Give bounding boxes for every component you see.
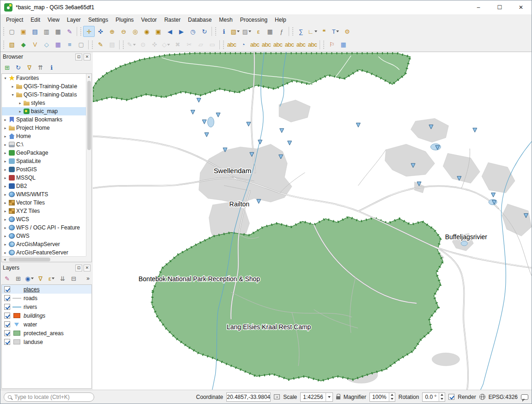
browser-item-c-drive[interactable]: ▸ C:\ <box>2 140 86 149</box>
menu-raster[interactable]: Raster <box>161 15 184 24</box>
toolbar-grip[interactable] <box>291 27 294 36</box>
close-button[interactable]: ✕ <box>510 0 532 14</box>
field-calculator-button[interactable]: ƒ <box>276 26 287 37</box>
scrollbar-thumb[interactable] <box>9 258 50 261</box>
menu-processing[interactable]: Processing <box>236 15 271 24</box>
layer-item-protected-areas[interactable]: protected_areas <box>2 329 91 338</box>
browser-item-styles[interactable]: ▸ styles <box>2 99 86 107</box>
layer-item-water[interactable]: water <box>2 320 91 329</box>
map-canvas[interactable]: Swellendam Railton Bontebok National Par… <box>93 52 532 390</box>
browser-item-geopackage[interactable]: ▸ GeoPackage <box>2 149 86 157</box>
zoom-out-button[interactable]: ⊖ <box>118 26 129 37</box>
browser-item-arcgis-feature-server[interactable]: ▸ ArcGisFeatureServer <box>2 248 86 256</box>
statistical-summary-button[interactable]: ∑ <box>295 26 307 37</box>
new-temporary-scratch-layer-button[interactable]: ▢ <box>75 39 87 50</box>
browser-item-mssql[interactable]: ▸ MSSQL <box>2 174 86 182</box>
browser-item-wfs[interactable]: ▸ WFS / OGC API - Feature <box>2 223 86 232</box>
open-project-button[interactable]: ▣ <box>18 26 29 37</box>
open-attribute-table-button[interactable]: ▦ <box>264 26 276 37</box>
paste-features-button[interactable]: ▭ <box>206 39 218 50</box>
properties-widget-button[interactable]: ℹ <box>46 62 57 72</box>
highlight-pinned-labels-button[interactable]: abc <box>249 39 260 50</box>
browser-item-xyz-tiles[interactable]: ▸ XYZ Tiles <box>2 207 86 215</box>
expand-collapse-button[interactable]: ⇊ <box>57 273 68 283</box>
expand-arrow-icon[interactable]: ▸ <box>3 226 7 230</box>
expand-arrow-icon[interactable]: ▸ <box>3 242 7 247</box>
expand-arrow-icon[interactable]: ▸ <box>3 234 7 238</box>
scale-dropdown-icon[interactable] <box>326 393 332 401</box>
menu-settings[interactable]: Settings <box>85 15 112 24</box>
menu-plugins[interactable]: Plugins <box>112 15 137 24</box>
toolbar-grip[interactable] <box>2 41 5 49</box>
add-delimited-text-button[interactable]: ≡ <box>64 39 75 50</box>
manage-map-themes-button[interactable]: ◉ <box>24 273 35 283</box>
toolbar-grip[interactable] <box>91 41 94 49</box>
expand-arrow-icon[interactable]: ▸ <box>3 209 7 213</box>
toolbar-grip[interactable] <box>122 41 125 49</box>
expand-arrow-icon[interactable]: ▸ <box>3 217 7 222</box>
vertex-tool-button[interactable]: ◇ <box>160 39 172 50</box>
show-hide-labels-button[interactable]: abc <box>272 39 284 50</box>
expand-arrow-icon[interactable]: ▾ <box>3 76 7 80</box>
rotate-label-button[interactable]: abc <box>295 39 307 50</box>
layer-labeling-button[interactable]: abc <box>226 39 237 50</box>
layer-visibility-checkbox[interactable] <box>4 330 10 336</box>
layer-item-landuse[interactable]: landuse <box>2 338 91 346</box>
menu-vector[interactable]: Vector <box>138 15 161 24</box>
expand-arrow-icon[interactable]: ▸ <box>3 134 7 139</box>
refresh-browser-button[interactable]: ↻ <box>13 62 24 72</box>
zoom-to-layer-button[interactable]: ▣ <box>152 26 164 37</box>
epsg-label[interactable]: EPSG:4326 <box>489 394 518 400</box>
layers-close-button[interactable]: ✕ <box>84 265 91 271</box>
toggle-editing-button[interactable]: ✎ <box>95 39 106 50</box>
browser-item-training-data-s[interactable]: ▾ QGIS-Training-Data\s <box>2 90 86 99</box>
layer-diagram-button[interactable]: ◔ <box>237 39 249 50</box>
layers-toolbar-overflow[interactable]: » <box>85 275 91 282</box>
expand-arrow-icon[interactable]: ▸ <box>3 126 7 130</box>
browser-item-spatial-bookmarks[interactable]: ▸ Spatial Bookmarks <box>2 115 86 124</box>
layer-visibility-checkbox[interactable] <box>4 286 10 292</box>
current-edits-button[interactable]: ✎ <box>126 39 137 50</box>
expand-arrow-icon[interactable]: ▸ <box>3 143 7 147</box>
text-annotation-button[interactable]: T <box>330 26 341 37</box>
browser-item-db2[interactable]: ▸ DB2 <box>2 182 86 190</box>
add-selected-layers-button[interactable]: ⊞ <box>2 62 12 72</box>
processing-toolbox-button[interactable]: ⚙ <box>341 26 353 37</box>
menu-layer[interactable]: Layer <box>63 15 85 24</box>
browser-item-home[interactable]: ▸ Home <box>2 132 86 140</box>
locate-search-input[interactable]: Type to locate (Ctrl+K) <box>4 392 94 402</box>
render-checkbox[interactable] <box>448 394 454 400</box>
menu-help[interactable]: Help <box>271 15 290 24</box>
browser-horizontal-scrollbar[interactable]: ◀ <box>2 256 86 262</box>
scroll-left-icon[interactable]: ◀ <box>2 257 7 262</box>
delete-selected-button[interactable]: ✖ <box>172 39 183 50</box>
new-print-layout-button[interactable]: ▥ <box>41 26 52 37</box>
menu-mesh[interactable]: Mesh <box>215 15 236 24</box>
browser-item-postgis[interactable]: ▸ PostGIS <box>2 165 86 174</box>
pan-to-selection-button[interactable]: ✜ <box>95 26 106 37</box>
expand-arrow-icon[interactable]: ▸ <box>3 151 7 155</box>
expand-arrow-icon[interactable]: ▸ <box>3 184 7 188</box>
expand-arrow-icon[interactable]: ▾ <box>11 93 15 97</box>
browser-item-wcs[interactable]: ▸ WCS <box>2 215 86 223</box>
new-geopackage-layer-button[interactable]: ◆ <box>18 39 29 50</box>
style-manager-button[interactable]: ✎ <box>64 26 75 37</box>
coordinate-extents-toggle-icon[interactable] <box>274 394 280 399</box>
remove-layer-button[interactable]: ⊟ <box>68 273 79 283</box>
scroll-up-icon[interactable]: ▲ <box>86 74 92 79</box>
expand-arrow-icon[interactable]: ▸ <box>18 109 22 114</box>
move-label-button[interactable]: abc <box>284 39 295 50</box>
browser-item-ows[interactable]: ▸ OWS <box>2 232 86 240</box>
browser-item-training-data-e[interactable]: ▸ QGIS-Training-Data\e <box>2 82 86 90</box>
toolbar-grip[interactable] <box>79 27 82 36</box>
layer-visibility-checkbox[interactable] <box>4 304 10 310</box>
crs-globe-icon[interactable] <box>479 394 485 400</box>
menu-database[interactable]: Database <box>184 15 215 24</box>
toolbar-grip[interactable] <box>222 41 225 49</box>
zoom-last-button[interactable]: ◀ <box>164 26 175 37</box>
browser-float-button[interactable]: ⊡ <box>75 54 82 60</box>
browser-item-wms[interactable]: ▸ WMS/WMTS <box>2 190 86 199</box>
open-layer-styling-button[interactable]: ✎ <box>2 273 12 283</box>
expand-arrow-icon[interactable]: ▸ <box>3 193 7 197</box>
select-by-expression-button[interactable]: ε <box>253 26 264 37</box>
